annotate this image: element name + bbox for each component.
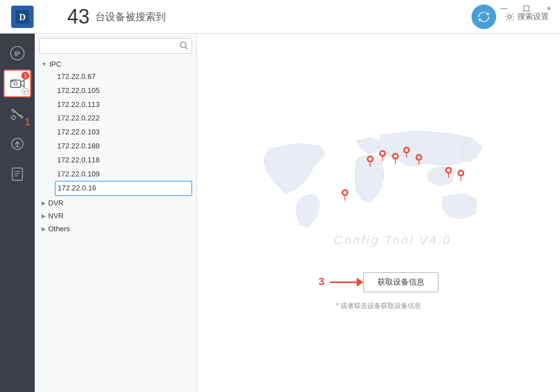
map-pin xyxy=(342,189,348,200)
svg-point-7 xyxy=(14,82,17,85)
step3-label: 3 xyxy=(319,276,324,288)
main-layout: IP 1 xyxy=(0,34,560,392)
svg-point-32 xyxy=(417,156,421,159)
svg-point-36 xyxy=(459,171,463,175)
list-item[interactable]: 172.22.0.118 xyxy=(55,153,192,167)
minimize-button[interactable] xyxy=(493,0,515,17)
svg-point-22 xyxy=(461,142,475,162)
dvr-arrow: ▶ xyxy=(41,200,46,206)
svg-line-21 xyxy=(185,47,188,49)
list-item[interactable]: 172.22.0.109 xyxy=(55,167,192,181)
tree-group-dvr-header[interactable]: ▶ DVR xyxy=(39,197,192,209)
world-map: Config Tool V4.0 xyxy=(253,115,505,261)
svg-text:Config Tool   V4.0: Config Tool V4.0 xyxy=(334,233,451,247)
titlebar: D 43 台设备被搜索到 搜索设置 × xyxy=(0,0,560,34)
others-arrow: ▶ xyxy=(41,226,46,232)
tree-group-ipc: ▼ IPC 172.22.0.67 172.22.0.105 172.22.0.… xyxy=(39,58,192,196)
sidebar-item-ip[interactable]: IP xyxy=(3,39,31,67)
device-count: 43 xyxy=(67,5,90,29)
selected-device-item[interactable]: 172.22.0.16 xyxy=(55,181,192,196)
tree-group-others-header[interactable]: ▶ Others xyxy=(39,223,192,235)
list-item[interactable]: 172.22.0.113 xyxy=(55,98,192,112)
sidebar: IP 1 xyxy=(0,34,35,392)
svg-point-30 xyxy=(405,148,408,152)
close-button[interactable]: × xyxy=(538,0,560,17)
maximize-button[interactable] xyxy=(515,0,538,17)
svg-marker-6 xyxy=(21,80,24,87)
camera-badge: 1 xyxy=(21,72,29,80)
svg-point-38 xyxy=(343,191,347,194)
svg-point-10 xyxy=(22,88,29,95)
ipc-label: IPC xyxy=(49,60,62,68)
list-item[interactable]: 172.22.0.105 xyxy=(55,84,192,98)
titlebar-subtitle: 台设备被搜索到 xyxy=(95,10,166,24)
search-box xyxy=(39,38,192,54)
ipc-arrow: ▼ xyxy=(41,61,47,67)
map-pin xyxy=(458,170,464,181)
svg-point-20 xyxy=(180,42,186,48)
svg-line-11 xyxy=(15,111,20,116)
list-item[interactable]: 172.22.0.103 xyxy=(55,125,192,139)
list-item[interactable]: 172.22.0.188 xyxy=(55,139,192,153)
window-controls: × xyxy=(493,0,560,17)
svg-rect-12 xyxy=(11,115,16,120)
nvr-arrow: ▶ xyxy=(41,213,46,219)
world-map-svg: Config Tool V4.0 xyxy=(253,115,505,261)
step1-label: 1 xyxy=(25,116,30,128)
svg-point-28 xyxy=(394,155,397,158)
hint-text: * 或者双击设备获取设备信息 xyxy=(336,301,421,311)
nvr-label: NVR xyxy=(48,212,63,220)
dvr-label: DVR xyxy=(48,199,63,207)
svg-point-24 xyxy=(368,157,372,161)
svg-point-26 xyxy=(381,152,384,155)
action-area: 3 获取设备信息 * 或者双击设备获取设备信息 xyxy=(319,272,438,311)
device-tree: ▼ IPC 172.22.0.67 172.22.0.105 172.22.0.… xyxy=(39,58,192,236)
list-item[interactable]: 172.22.0.67 xyxy=(55,70,192,84)
others-label: Others xyxy=(48,225,70,233)
step3-row: 3 获取设备信息 xyxy=(319,272,438,292)
device-panel: 1 ▼ IPC 172.22.0.67 172.22.0.105 xyxy=(35,34,197,392)
tree-group-nvr: ▶ NVR xyxy=(39,210,192,222)
tree-group-ipc-header[interactable]: ▼ IPC xyxy=(39,58,192,70)
sidebar-item-doc[interactable] xyxy=(3,160,31,188)
tree-group-dvr: ▶ DVR xyxy=(39,197,192,209)
tree-group-nvr-header[interactable]: ▶ NVR xyxy=(39,210,192,222)
svg-rect-9 xyxy=(12,80,17,81)
ipc-items: 172.22.0.67 172.22.0.105 172.22.0.113 17… xyxy=(39,70,192,196)
search-icon[interactable] xyxy=(179,41,188,52)
sidebar-item-upload[interactable] xyxy=(3,130,31,158)
svg-text:IP: IP xyxy=(15,50,20,57)
search-input[interactable] xyxy=(43,42,179,50)
list-item[interactable]: 172.22.0.222 xyxy=(55,111,192,125)
svg-text:D: D xyxy=(19,12,26,22)
get-info-button[interactable]: 获取设备信息 xyxy=(363,272,438,292)
tree-group-others: ▶ Others xyxy=(39,223,192,235)
content-area: Config Tool V4.0 3 获取设备信息 * 或者双击设备获取设备信息 xyxy=(197,34,560,392)
svg-rect-16 xyxy=(12,168,22,180)
arrow-icon xyxy=(330,277,363,288)
svg-point-34 xyxy=(447,169,450,172)
sidebar-item-camera[interactable]: 1 xyxy=(3,69,31,97)
map-pin xyxy=(392,153,399,164)
app-logo: D xyxy=(11,6,34,28)
